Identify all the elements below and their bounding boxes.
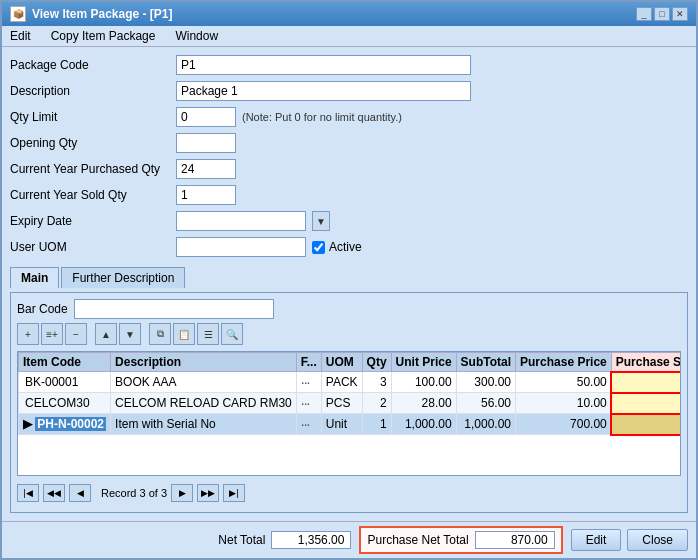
net-total-section: Net Total 1,356.00 — [218, 531, 351, 549]
opening-qty-input[interactable] — [176, 133, 236, 153]
qty-limit-row: Qty Limit (Note: Put 0 for no limit quan… — [10, 107, 688, 127]
menu-bar: Edit Copy Item Package Window — [2, 26, 696, 47]
col-header-uom: UOM — [321, 353, 362, 372]
cell-f: ··· — [296, 372, 321, 393]
menu-edit[interactable]: Edit — [6, 28, 35, 44]
active-checkbox-row: Active — [312, 240, 362, 254]
close-button-title[interactable]: ✕ — [672, 7, 688, 21]
copy-button[interactable]: ⧉ — [149, 323, 171, 345]
tab-further-description[interactable]: Further Description — [61, 267, 185, 288]
cell-purchase-sub-total: 700.00 — [611, 414, 681, 435]
qty-limit-label: Qty Limit — [10, 110, 170, 124]
qty-limit-note: (Note: Put 0 for no limit quantity.) — [242, 111, 402, 123]
table-body: BK-00001 BOOK AAA ··· PACK 3 100.00 300.… — [19, 372, 682, 435]
menu-copy-item-package[interactable]: Copy Item Package — [47, 28, 160, 44]
qty-limit-input[interactable] — [176, 107, 236, 127]
cell-unit-price: 28.00 — [391, 393, 456, 414]
expiry-date-label: Expiry Date — [10, 214, 170, 228]
cell-description: BOOK AAA — [111, 372, 297, 393]
nav-next-button[interactable]: ▶ — [171, 484, 193, 502]
delete-row-button[interactable]: − — [65, 323, 87, 345]
table-row[interactable]: BK-00001 BOOK AAA ··· PACK 3 100.00 300.… — [19, 372, 682, 393]
col-header-purchase-price: Purchase Price — [516, 353, 612, 372]
nav-next-next-button[interactable]: ▶▶ — [197, 484, 219, 502]
cell-unit-price: 1,000.00 — [391, 414, 456, 435]
table-toolbar: + ≡+ − ▲ ▼ ⧉ 📋 ☰ 🔍 — [17, 323, 681, 345]
cell-purchase-sub-total: 150.00 — [611, 372, 681, 393]
opening-qty-row: Opening Qty — [10, 133, 688, 153]
cell-item-code: BK-00001 — [19, 372, 111, 393]
edit-button[interactable]: Edit — [571, 529, 622, 551]
current-year-purchased-input[interactable] — [176, 159, 236, 179]
cell-qty: 1 — [362, 414, 391, 435]
items-table-container: Item Code Description F... UOM Qty Unit … — [17, 351, 681, 476]
insert-row-button[interactable]: ≡+ — [41, 323, 63, 345]
expiry-date-input[interactable] — [176, 211, 306, 231]
cell-uom: PACK — [321, 372, 362, 393]
current-year-purchased-row: Current Year Purchased Qty — [10, 159, 688, 179]
search-button[interactable]: 🔍 — [221, 323, 243, 345]
menu-window[interactable]: Window — [171, 28, 222, 44]
purchase-net-section: Purchase Net Total 870.00 — [359, 526, 562, 554]
cell-description: Item with Serial No — [111, 414, 297, 435]
description-input[interactable] — [176, 81, 471, 101]
nav-first-button[interactable]: |◀ — [17, 484, 39, 502]
cell-item-code: ▶ PH-N-00002 — [19, 414, 111, 435]
cell-uom: PCS — [321, 393, 362, 414]
table-row[interactable]: ▶ PH-N-00002 Item with Serial No ··· Uni… — [19, 414, 682, 435]
current-year-sold-row: Current Year Sold Qty — [10, 185, 688, 205]
current-year-sold-input[interactable] — [176, 185, 236, 205]
items-table: Item Code Description F... UOM Qty Unit … — [18, 352, 681, 435]
cell-purchase-price: 10.00 — [516, 393, 612, 414]
user-uom-row: User UOM Active — [10, 237, 688, 257]
col-header-f: F... — [296, 353, 321, 372]
cell-subtotal: 300.00 — [456, 372, 515, 393]
move-up-button[interactable]: ▲ — [95, 323, 117, 345]
tab-bar: Main Further Description — [10, 267, 688, 288]
cell-item-code: CELCOM30 — [19, 393, 111, 414]
close-button[interactable]: Close — [627, 529, 688, 551]
purchase-net-label: Purchase Net Total — [367, 533, 468, 547]
cell-unit-price: 100.00 — [391, 372, 456, 393]
main-window: 📦 View Item Package - [P1] _ □ ✕ Edit Co… — [0, 0, 698, 560]
nav-prev-prev-button[interactable]: ◀◀ — [43, 484, 65, 502]
opening-qty-label: Opening Qty — [10, 136, 170, 150]
cell-f: ··· — [296, 393, 321, 414]
cell-subtotal: 56.00 — [456, 393, 515, 414]
tab-content-main: Bar Code + ≡+ − ▲ ▼ ⧉ 📋 ☰ 🔍 — [10, 292, 688, 513]
title-bar: 📦 View Item Package - [P1] _ □ ✕ — [2, 2, 696, 26]
minimize-button[interactable]: _ — [636, 7, 652, 21]
current-year-purchased-label: Current Year Purchased Qty — [10, 162, 170, 176]
purchase-net-value: 870.00 — [475, 531, 555, 549]
barcode-input[interactable] — [74, 299, 274, 319]
col-header-item-code: Item Code — [19, 353, 111, 372]
bottom-bar: Net Total 1,356.00 Purchase Net Total 87… — [2, 521, 696, 558]
active-checkbox[interactable] — [312, 241, 325, 254]
cell-subtotal: 1,000.00 — [456, 414, 515, 435]
description-row: Description — [10, 81, 688, 101]
package-code-row: Package Code — [10, 55, 688, 75]
description-label: Description — [10, 84, 170, 98]
cell-description: CELCOM RELOAD CARD RM30 — [111, 393, 297, 414]
col-header-description: Description — [111, 353, 297, 372]
col-header-purchase-sub-total: Purchase Sub Total — [611, 353, 681, 372]
move-down-button[interactable]: ▼ — [119, 323, 141, 345]
package-code-input[interactable] — [176, 55, 471, 75]
window-title: View Item Package - [P1] — [32, 7, 173, 21]
table-row[interactable]: CELCOM30 CELCOM RELOAD CARD RM30 ··· PCS… — [19, 393, 682, 414]
maximize-button[interactable]: □ — [654, 7, 670, 21]
nav-prev-button[interactable]: ◀ — [69, 484, 91, 502]
nav-last-button[interactable]: ▶| — [223, 484, 245, 502]
col-header-subtotal: SubTotal — [456, 353, 515, 372]
barcode-label: Bar Code — [17, 302, 68, 316]
window-icon: 📦 — [10, 6, 26, 22]
col-header-qty: Qty — [362, 353, 391, 372]
expiry-date-calendar-button[interactable]: ▼ — [312, 211, 330, 231]
tab-main[interactable]: Main — [10, 267, 59, 288]
paste-button[interactable]: 📋 — [173, 323, 195, 345]
list-button[interactable]: ☰ — [197, 323, 219, 345]
cell-qty: 2 — [362, 393, 391, 414]
user-uom-input[interactable] — [176, 237, 306, 257]
record-count: Record 3 of 3 — [101, 487, 167, 499]
add-row-button[interactable]: + — [17, 323, 39, 345]
